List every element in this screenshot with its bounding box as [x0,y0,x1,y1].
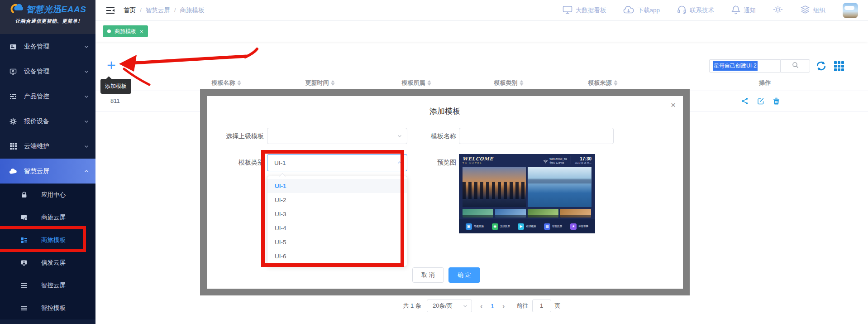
preview-wifi-password: 密码: 123456 [549,161,567,164]
tab-travel-template[interactable]: 商旅模板 × [103,25,148,37]
cancel-button[interactable]: 取 消 [412,267,444,283]
tab-close-icon[interactable]: × [140,29,143,34]
breadcrumb-separator: / [140,7,142,14]
layout-grid-button[interactable] [834,61,844,73]
dropdown-option-ui-3[interactable]: UI-3 [267,207,407,221]
sidebar-item-quotes[interactable]: 报价设备 [0,109,95,134]
search-button[interactable] [780,59,810,73]
sidebar-subitem-travel-cloud-screen[interactable]: 商旅云屏 [0,206,95,229]
sidebar-item-products[interactable]: 产品管控 [0,84,95,109]
cloud-download-icon [623,5,634,15]
preview-tile-label: 无线投屏 [500,225,510,228]
dropdown-option-ui-2[interactable]: UI-2 [267,193,407,207]
share-icon[interactable] [741,97,749,105]
page-size-select[interactable]: 20条/页 [427,300,472,312]
monitor-icon [563,5,572,15]
page-number-current[interactable]: 1 [491,303,494,309]
column-header-template-source: 模板来源 [588,75,618,91]
column-header-label: 更新时间 [305,75,329,91]
template-name-input[interactable] [459,128,614,144]
notifications-button[interactable]: 通知 [731,5,756,16]
grid-icon [834,65,844,73]
dropdown-option-ui-5[interactable]: UI-5 [267,235,407,249]
breadcrumb-separator: / [174,7,176,14]
organization-label: 组织 [813,6,825,15]
parent-template-select[interactable] [267,128,407,144]
dropdown-option-ui-6[interactable]: UI-6 [267,249,407,263]
sidebar-item-business[interactable]: 业务管理 [0,34,95,59]
sort-carets-icon[interactable] [520,80,524,86]
preview-tile-label: 智能投屏 [552,225,562,228]
grid-icon [9,142,17,150]
bell-icon [731,5,740,16]
sidebar-subitem-label: 智控模板 [41,304,66,312]
prev-page-icon[interactable]: ‹ [480,302,483,310]
layers-icon [800,5,810,15]
screen-check-icon [20,213,28,222]
sidebar-subitem-smart-control-screen[interactable]: 智控云屏 [0,274,95,297]
modal-overlay-frame: 添加模板 × 选择上级模板 模板名称 模板类别 UI-1 预览图 WELCOME… [200,89,690,295]
dropdown-option-ui-1[interactable]: UI-1 [267,179,407,193]
sort-carets-icon[interactable] [238,80,241,86]
edit-icon[interactable] [757,97,764,105]
sidebar-item-devices[interactable]: 设备管理 [0,59,95,84]
refresh-icon [816,65,827,73]
add-template-button[interactable]: + [107,57,116,73]
refresh-button[interactable] [816,60,827,73]
confirm-button[interactable]: 确 定 [448,267,480,283]
sidebar-subitem-signage-cloud-screen[interactable]: 信发云屏 [0,251,95,274]
sidebar-subitem-label: 智控云屏 [41,281,66,290]
sidebar-item-label: 产品管控 [24,92,84,101]
template-category-value: UI-1 [274,160,286,166]
sidebar-subitem-smart-control-template[interactable]: 智控模板 [0,297,95,319]
sidebar-subitem-app-center[interactable]: 应用中心 [0,184,95,206]
breadcrumb-level2[interactable]: 商旅模板 [180,6,205,15]
search-group: 星哥自己创建UI-2 [709,59,810,73]
column-header-template-category: 模板类别 [494,75,524,91]
column-header-label: 模板所属 [402,75,425,91]
column-header-label: 模板来源 [588,75,612,91]
sort-carets-icon[interactable] [331,80,335,86]
brand-logo-icon [10,3,25,16]
sort-carets-icon[interactable] [428,80,431,86]
topbar: 首页 / 智慧云屏 / 商旅模板 大数据看板 下载app 联系技术 通知 [95,0,868,21]
user-avatar[interactable] [843,3,858,18]
preview-welcome-block: WELCOME TO HOTEL [463,156,493,165]
table-row-actions [741,91,780,111]
big-data-dashboard-button[interactable]: 大数据看板 [563,5,606,15]
big-data-dashboard-label: 大数据看板 [576,6,606,15]
pagination-total: 共 1 条 [403,302,421,310]
topbar-actions: 大数据看板 下载app 联系技术 通知 组织 [563,3,858,18]
template-name-label: 模板名称 [397,132,456,140]
sidebar-item-label: 智慧云屏 [24,167,84,175]
goto-page-input[interactable]: 1 [532,300,551,312]
contact-support-button[interactable]: 联系技术 [677,5,714,15]
template-category-select[interactable]: UI-1 [267,154,407,171]
sidebar-subitem-travel-template[interactable]: 商旅模板 [0,229,95,251]
modal-close-icon[interactable]: × [671,101,676,109]
sidebar-item-label: 云端维护 [24,142,84,150]
delete-icon[interactable] [773,97,780,105]
sidebar-collapse-icon[interactable] [105,6,115,15]
add-template-modal: 添加模板 × 选择上级模板 模板名称 模板类别 UI-1 预览图 WELCOME… [207,96,683,289]
preview-app-tiles: ▣ 电视直播 ◉ 无线投屏 ▶ 在线视频 ▦ 智能投屏 [459,219,595,233]
search-input[interactable]: 星哥自己创建UI-2 [709,59,780,73]
search-input-selected-text: 星哥自己创建UI-2 [713,61,758,71]
brightness-button[interactable] [773,5,783,15]
breadcrumb-level1[interactable]: 智慧云屏 [146,6,170,15]
preview-date: 2021-05-25 周二 [575,161,591,164]
preview-tile-label: 体育赛事 [578,225,588,228]
download-app-label: 下载app [637,6,660,15]
organization-button[interactable]: 组织 [800,5,825,15]
sidebar-item-cloud-maintenance[interactable]: 云端维护 [0,134,95,159]
breadcrumb-home[interactable]: 首页 [124,6,136,15]
gear-icon [9,117,17,126]
dropdown-option-ui-4[interactable]: UI-4 [267,221,407,235]
sidebar-item-smart-cloud-screen[interactable]: 智慧云屏 [0,159,95,184]
download-app-button[interactable]: 下载app [623,5,660,15]
tab-label: 商旅模板 [114,28,136,35]
pagination: 共 1 条 20条/页 ‹ 1 › 前往 1 页 [95,297,868,315]
next-page-icon[interactable]: › [502,302,505,310]
template-blocks-icon [20,236,28,244]
sort-carets-icon[interactable] [614,80,618,86]
